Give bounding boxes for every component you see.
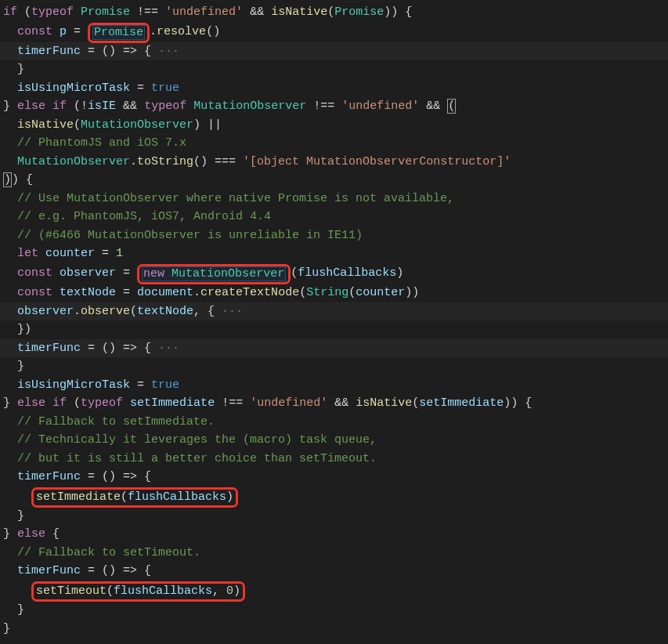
type-string: String: [306, 286, 348, 299]
fn-setimmediate: setImmediate: [36, 490, 121, 504]
fn-observe: observe: [81, 305, 130, 318]
fn-tostring: toString: [137, 155, 193, 168]
comment: // (#6466 MutationObserver is unreliable…: [17, 229, 363, 242]
code-line: // Use MutationObserver where native Pro…: [0, 190, 668, 208]
keyword-const: const: [17, 266, 52, 280]
keyword-else: else: [17, 99, 45, 113]
var-timerfunc: timerFunc: [17, 342, 81, 355]
fold-ellipsis-icon[interactable]: ···: [215, 305, 243, 318]
keyword-typeof: typeof: [31, 5, 74, 19]
fn-isnative: isNative: [17, 118, 74, 132]
var-timerfunc: timerFunc: [17, 45, 81, 58]
code-line: MutationObserver.toString() === '[object…: [0, 153, 668, 172]
highlight-box-mutationobserver: new MutationObserver: [137, 264, 291, 284]
code-line: // (#6466 MutationObserver is unreliable…: [0, 226, 668, 245]
type-mutationobserver: MutationObserver: [81, 118, 193, 132]
operator: &&: [250, 5, 264, 19]
code-line: isNative(MutationObserver) ||: [0, 116, 668, 135]
keyword-let: let: [17, 247, 38, 260]
var-observer: observer: [60, 266, 116, 280]
code-line: }: [0, 601, 668, 620]
keyword-const: const: [17, 25, 52, 38]
fold-ellipsis-icon[interactable]: ···: [151, 45, 179, 58]
operator: &&: [123, 99, 137, 113]
var-flushcallbacks: flushCallbacks: [114, 584, 212, 598]
comment: // Use MutationObserver where native Pro…: [17, 192, 454, 205]
code-line: // PhantomJS and iOS 7.x: [0, 134, 668, 153]
code-line: // Fallback to setImmediate.: [0, 413, 668, 432]
code-line: }: [0, 357, 668, 376]
highlight-box-promise: Promise: [88, 23, 150, 43]
var-timerfunc: timerFunc: [17, 564, 81, 577]
code-line: // Technically it leverages the (macro) …: [0, 431, 668, 450]
highlight-box-settimeout: setTimeout(flushCallbacks, 0): [31, 581, 245, 602]
fn-isnative: isNative: [271, 5, 327, 19]
fn-isnative: isNative: [356, 396, 412, 410]
cursor-caret: (: [447, 99, 456, 114]
code-editor[interactable]: if (typeof Promise !== 'undefined' && is…: [0, 3, 668, 638]
type-mutationobserver: MutationObserver: [172, 267, 284, 280]
var-isusingmicrotask: isUsingMicroTask: [17, 378, 130, 392]
code-line: timerFunc = () => {: [0, 468, 668, 487]
type-promise: Promise: [94, 26, 143, 39]
code-line: } else {: [0, 525, 668, 544]
code-line: // Fallback to setTimeout.: [0, 544, 668, 563]
var-p: p: [60, 25, 67, 38]
var-flushcallbacks: flushCallbacks: [128, 490, 226, 504]
code-line: // but it is still a better choice than …: [0, 450, 668, 469]
number: 0: [226, 584, 233, 598]
keyword-if: if: [52, 99, 67, 113]
code-line: const textNode = document.createTextNode…: [0, 284, 668, 302]
arrow-fn: () => {: [102, 45, 151, 58]
number: 1: [116, 247, 123, 260]
var-setimmediate: setImmediate: [419, 396, 504, 410]
fn-settimeout: setTimeout: [36, 584, 107, 598]
type-mutationobserver: MutationObserver: [193, 99, 306, 113]
var-textnode: textNode: [60, 286, 116, 299]
keyword-else: else: [17, 396, 45, 410]
keyword-new: new: [143, 267, 164, 280]
code-line: isUsingMicroTask = true: [0, 376, 668, 395]
operator: &&: [334, 396, 348, 410]
fold-ellipsis-icon[interactable]: ···: [151, 342, 179, 355]
comment: // but it is still a better choice than …: [17, 452, 377, 465]
arrow-fn: () => {: [102, 342, 151, 355]
keyword-else: else: [17, 527, 45, 541]
string: 'undefined': [250, 396, 327, 410]
code-line: timerFunc = () => { ···: [0, 42, 668, 61]
var-isusingmicrotask: isUsingMicroTask: [17, 81, 130, 95]
bool-true: true: [151, 81, 179, 95]
keyword-if: if: [3, 5, 17, 19]
comment: // Technically it leverages the (macro) …: [17, 433, 377, 447]
highlight-box-setimmediate: setImmediate(flushCallbacks): [31, 487, 238, 508]
code-line: let counter = 1: [0, 244, 668, 263]
comment: // Fallback to setTimeout.: [17, 546, 200, 559]
arrow-fn: () => {: [102, 470, 151, 483]
fn-createtextnode: createTextNode: [200, 286, 299, 299]
var-observer: observer: [17, 305, 74, 318]
code-line: timerFunc = () => { ···: [0, 339, 668, 358]
code-line: }): [0, 320, 668, 339]
type-mutationobserver: MutationObserver: [17, 155, 130, 168]
type-promise: Promise: [334, 5, 384, 19]
code-line: if (typeof Promise !== 'undefined' && is…: [0, 3, 668, 22]
comment: // PhantomJS and iOS 7.x: [17, 136, 186, 150]
operator: &&: [426, 99, 440, 113]
string: 'undefined': [341, 99, 419, 113]
var-counter: counter: [356, 286, 405, 299]
var-textnode: textNode: [137, 305, 193, 318]
code-line: // e.g. PhantomJS, iOS7, Android 4.4: [0, 208, 668, 226]
var-flushcallbacks: flushCallbacks: [298, 266, 396, 280]
var-counter: counter: [45, 247, 95, 260]
var-setimmediate: setImmediate: [130, 396, 215, 410]
keyword-if: if: [52, 396, 67, 410]
code-line: }: [0, 60, 668, 79]
code-line: isUsingMicroTask = true: [0, 79, 668, 98]
type-promise: Promise: [81, 5, 130, 19]
code-line: const observer = new MutationObserver(fl…: [0, 263, 668, 284]
var-timerfunc: timerFunc: [17, 470, 81, 483]
code-line: } else if (typeof setImmediate !== 'unde…: [0, 394, 668, 413]
code-line: const p = Promise.resolve(): [0, 22, 668, 42]
bool-true: true: [151, 378, 179, 392]
var-document: document: [137, 286, 193, 299]
